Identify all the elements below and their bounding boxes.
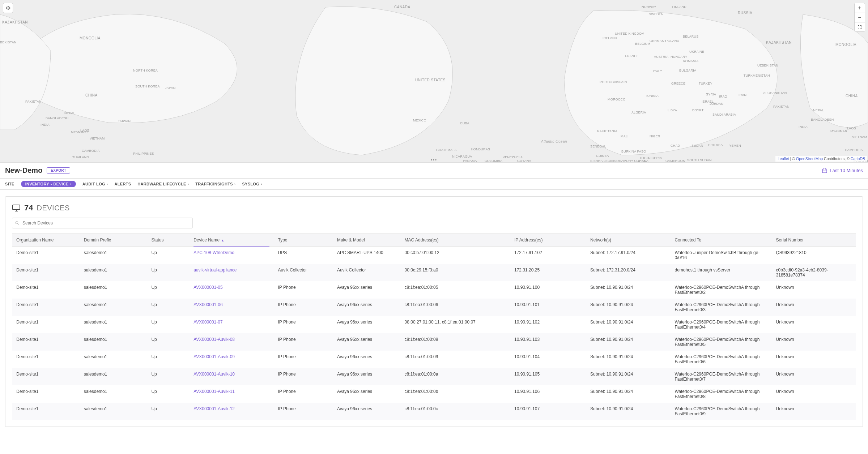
cell-status: Up bbox=[147, 281, 189, 299]
table-row[interactable]: Demo-site1salesdemo1UpAVX000001-06IP Pho… bbox=[12, 299, 856, 316]
col-device-name[interactable]: Device Name▲ bbox=[189, 234, 273, 247]
table-row[interactable]: Demo-site1salesdemo1Upauvik-virtual-appl… bbox=[12, 264, 856, 281]
tab-traffic-insights[interactable]: TRAFFICINSIGHTS› bbox=[195, 182, 235, 186]
col-type[interactable]: Type bbox=[274, 234, 333, 247]
cell-make: APC SMART-UPS 1400 bbox=[333, 247, 400, 264]
fullscreen-icon bbox=[858, 25, 862, 29]
tab-alerts[interactable]: ALERTS bbox=[115, 182, 131, 186]
chevron-right-icon: › bbox=[70, 182, 72, 186]
table-row[interactable]: Demo-site1salesdemo1UpAVX000001-05IP Pho… bbox=[12, 281, 856, 299]
table-row[interactable]: Demo-site1salesdemo1UpAVX000001-Auvik-12… bbox=[12, 403, 856, 420]
map-label: SUDAN bbox=[692, 144, 703, 147]
cell-status: Up bbox=[147, 316, 189, 333]
cell-status: Up bbox=[147, 385, 189, 403]
map-settings-button[interactable] bbox=[3, 3, 13, 13]
table-row[interactable]: Demo-site1salesdemo1UpAVX000001-Auvik-11… bbox=[12, 385, 856, 403]
calendar-icon bbox=[822, 168, 827, 174]
cell-conn: Waterloo-Juniper-DemoSwitchB through ge-… bbox=[670, 247, 771, 264]
tab-audit-log[interactable]: AUDIT LOG› bbox=[82, 182, 108, 186]
map-region[interactable]: KAZAKHSTAN BEKISTAN MONGOLIA CHINA PAKIS… bbox=[0, 0, 868, 163]
map-label: GUYANA bbox=[517, 159, 531, 163]
table-row[interactable]: Demo-site1salesdemo1UpAVX000001-Auvik-08… bbox=[12, 333, 856, 351]
map-label: MOROCCO bbox=[608, 98, 625, 101]
cell-ip: 10.90.91.102 bbox=[510, 316, 586, 333]
zoom-in-button[interactable]: + bbox=[855, 3, 865, 13]
map-label: UNITED KINGDOM bbox=[615, 32, 644, 35]
tab-inventory[interactable]: INVENTORY - DEVICE › bbox=[21, 181, 76, 187]
cell-mac: 08:00:27:01:00:11, c8:1f:ea:01:00:07 bbox=[400, 316, 510, 333]
map-label: FRANCE bbox=[625, 54, 639, 58]
carto-link[interactable]: CartoDB bbox=[851, 157, 865, 161]
panel-resize-handle[interactable]: ••• bbox=[427, 158, 441, 163]
table-row[interactable]: Demo-site1salesdemo1UpAVX000001-07IP Pho… bbox=[12, 316, 856, 333]
title-bar: New-Demo EXPORT Last 10 Minutes bbox=[0, 163, 868, 179]
osm-link[interactable]: OpenStreetMap bbox=[796, 157, 823, 161]
leaflet-link[interactable]: Leaflet bbox=[778, 157, 789, 161]
col-status[interactable]: Status bbox=[147, 234, 189, 247]
zoom-out-button[interactable]: − bbox=[855, 13, 865, 22]
cell-serial: Unknown bbox=[772, 299, 856, 316]
map-label: TURKEY bbox=[699, 82, 712, 85]
time-range-picker[interactable]: Last 10 Minutes bbox=[822, 168, 863, 174]
col-domain-prefix[interactable]: Domain Prefix bbox=[80, 234, 147, 247]
cell-ip: 10.90.91.106 bbox=[510, 385, 586, 403]
cell-org: Demo-site1 bbox=[12, 299, 80, 316]
cell-type: IP Phone bbox=[274, 368, 333, 385]
export-button[interactable]: EXPORT bbox=[47, 167, 70, 174]
fullscreen-button[interactable] bbox=[855, 22, 865, 31]
map-label: GUATEMALA bbox=[436, 148, 457, 152]
chevron-right-icon: › bbox=[234, 182, 236, 186]
tab-site[interactable]: SITE bbox=[5, 182, 14, 186]
cell-net: Subnet: 172.17.91.0/24 bbox=[586, 247, 670, 264]
cell-type: IP Phone bbox=[274, 333, 333, 351]
map-label: NIGER bbox=[650, 134, 660, 138]
cell-device: auvik-virtual-appliance bbox=[189, 264, 273, 281]
cell-status: Up bbox=[147, 333, 189, 351]
col-serial-number[interactable]: Serial Number bbox=[772, 234, 856, 247]
cell-type: IP Phone bbox=[274, 403, 333, 420]
map-label: PHILIPPINES bbox=[133, 152, 154, 155]
map-label: IRAQ bbox=[719, 95, 727, 98]
map-label: BANGLADESH bbox=[811, 118, 834, 121]
map-label: AUSTRIA bbox=[654, 55, 668, 59]
col-networks[interactable]: Network(s) bbox=[586, 234, 670, 247]
map-label: RUSSIA bbox=[738, 11, 752, 15]
col-organization-name[interactable]: Organization Name bbox=[12, 234, 80, 247]
cell-org: Demo-site1 bbox=[12, 403, 80, 420]
search-input[interactable] bbox=[12, 218, 193, 228]
svg-rect-2 bbox=[13, 205, 20, 210]
cell-type: IP Phone bbox=[274, 351, 333, 368]
map-label: JAPAN bbox=[165, 86, 175, 90]
table-row[interactable]: Demo-site1salesdemo1UpAVX000001-Auvik-10… bbox=[12, 368, 856, 385]
cell-make: Avaya 96xx series bbox=[333, 403, 400, 420]
cell-serial: Unknown bbox=[772, 333, 856, 351]
cell-mac: c8:1f:ea:01:00:0a bbox=[400, 368, 510, 385]
cell-device: AVX000001-Auvik-09 bbox=[189, 351, 273, 368]
table-body: Demo-site1salesdemo1UpAPC-108-WtrloDemoU… bbox=[12, 247, 856, 420]
col-make-model[interactable]: Make & Model bbox=[333, 234, 400, 247]
tab-hardware-lifecycle[interactable]: HARDWARE LIFECYCLE› bbox=[137, 182, 189, 186]
cell-serial: QS9939221810 bbox=[772, 247, 856, 264]
table-row[interactable]: Demo-site1salesdemo1UpAVX000001-Auvik-09… bbox=[12, 351, 856, 368]
col-ip-addresses[interactable]: IP Address(es) bbox=[510, 234, 586, 247]
cell-serial: Unknown bbox=[772, 403, 856, 420]
map-label: UNITED STATES bbox=[415, 78, 446, 82]
cell-status: Up bbox=[147, 264, 189, 281]
col-connected-to[interactable]: Connected To bbox=[670, 234, 771, 247]
cell-org: Demo-site1 bbox=[12, 264, 80, 281]
cell-make: Avaya 96xx series bbox=[333, 333, 400, 351]
table-row[interactable]: Demo-site1salesdemo1UpAPC-108-WtrloDemoU… bbox=[12, 247, 856, 264]
col-mac-addresses[interactable]: MAC Address(es) bbox=[400, 234, 510, 247]
cell-ip: 10.90.91.105 bbox=[510, 368, 586, 385]
cell-status: Up bbox=[147, 299, 189, 316]
cell-device: AVX000001-Auvik-12 bbox=[189, 403, 273, 420]
map-label: BELARUS bbox=[683, 35, 698, 38]
map-label: INDIA bbox=[799, 125, 808, 129]
map-label: JORDAN bbox=[710, 102, 723, 106]
map-label: CAMBODIA bbox=[845, 148, 863, 152]
map-label: NICARAGUA bbox=[452, 155, 472, 158]
map-label: GREECE bbox=[671, 82, 685, 85]
cell-device: AVX000001-07 bbox=[189, 316, 273, 333]
tab-syslog[interactable]: SYSLOG› bbox=[242, 182, 262, 186]
cell-mac: 00:0c:29:15:f3:a0 bbox=[400, 264, 510, 281]
